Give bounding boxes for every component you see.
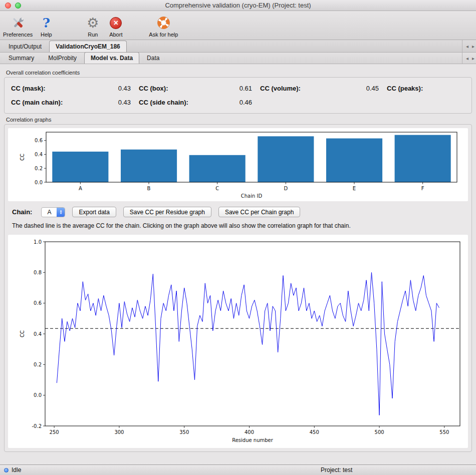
line-chart: -0.20.00.20.40.60.81.0250300350400450500… (8, 235, 468, 448)
tab-molprobity[interactable]: MolProbity (42, 52, 83, 64)
cc-side-chain-label: CC (side chain): (139, 99, 220, 106)
status-dot-icon (4, 468, 9, 472)
close-button[interactable] (5, 3, 11, 9)
toolbar: Preferences ? Help ⚙ Run × Abort Ask for… (0, 11, 476, 40)
abort-label: Abort (109, 32, 122, 38)
svg-text:B: B (147, 186, 151, 191)
svg-text:F: F (421, 186, 424, 191)
svg-text:550: 550 (439, 429, 449, 435)
chain-label: Chain: (12, 208, 32, 216)
run-button[interactable]: ⚙ Run (83, 15, 103, 38)
svg-text:CC: CC (20, 154, 25, 161)
titlebar: Comprehensive validation (cryo-EM) (Proj… (0, 0, 476, 11)
ask-for-help-label: Ask for help (149, 32, 178, 38)
statusbar: Idle Project: test (0, 464, 476, 475)
gear-icon: ⚙ (87, 15, 99, 31)
abort-icon: × (110, 15, 122, 31)
outer-tabstrip: Input/Output ValidationCryoEM_186 ◂ ▸ (0, 40, 476, 53)
project-label: Project: test (321, 466, 352, 473)
cc-volume-value: 0.45 (344, 85, 387, 92)
tab-validationcryoem-186[interactable]: ValidationCryoEM_186 (49, 41, 127, 52)
svg-text:CC: CC (20, 330, 25, 337)
bar-chart[interactable]: 0.00.20.40.6ABCDEFChain IDCC (8, 128, 468, 201)
svg-text:400: 400 (245, 429, 254, 435)
help-label: Help (41, 32, 52, 38)
svg-text:0.4: 0.4 (34, 331, 42, 337)
window-title: Comprehensive validation (cryo-EM) (Proj… (165, 2, 311, 9)
abort-button[interactable]: × Abort (105, 15, 127, 38)
preferences-label: Preferences (3, 32, 33, 38)
tools-icon (11, 15, 26, 31)
cc-side-chain-value: 0.46 (220, 99, 260, 106)
lifebuoy-icon (157, 15, 170, 31)
svg-text:0.0: 0.0 (35, 180, 43, 185)
save-cc-per-residue-button[interactable]: Save CC per Residue graph (123, 207, 211, 217)
ask-for-help-button[interactable]: Ask for help (149, 15, 178, 38)
tab-scroll-left-icon[interactable]: ◂ (466, 56, 468, 61)
svg-text:500: 500 (375, 429, 384, 435)
svg-text:Residue number: Residue number (232, 437, 274, 443)
export-data-button[interactable]: Export data (72, 207, 116, 217)
status-text: Idle (12, 466, 21, 473)
correlation-graphs-group: Correlation graphs 0.00.20.40.6ABCDEFCha… (4, 117, 472, 452)
svg-text:300: 300 (114, 429, 124, 435)
app-window: Comprehensive validation (cryo-EM) (Proj… (0, 0, 476, 452)
svg-text:450: 450 (310, 429, 319, 435)
svg-text:0.0: 0.0 (34, 392, 42, 398)
cc-stats-grid: CC (mask): 0.43 CC (box): 0.61 CC (volum… (7, 80, 469, 111)
svg-text:0.4: 0.4 (35, 152, 43, 157)
svg-text:0.8: 0.8 (34, 270, 42, 275)
main-content: Overall correlation coefficients CC (mas… (0, 64, 476, 452)
dashed-line-note: The dashed line is the average CC for th… (7, 220, 469, 234)
outer-tab-scroll: ◂ ▸ (462, 40, 474, 52)
overall-cc-group: Overall correlation coefficients CC (mas… (4, 70, 472, 114)
overall-cc-group-label: Overall correlation coefficients (6, 70, 472, 76)
inner-tab-scroll: ◂ ▸ (462, 53, 474, 64)
svg-text:1.0: 1.0 (34, 239, 42, 245)
cc-peaks-label: CC (peaks): (387, 85, 462, 92)
svg-text:0.2: 0.2 (35, 166, 43, 171)
save-cc-per-chain-button[interactable]: Save CC per Chain graph (218, 207, 300, 217)
cc-main-chain-label: CC (main chain): (11, 99, 86, 106)
chain-controls: Chain: A ▲▼ Export data Save CC per Resi… (7, 202, 469, 220)
tab-summary[interactable]: Summary (2, 52, 41, 64)
tab-scroll-right-icon[interactable]: ▸ (472, 56, 474, 61)
svg-text:350: 350 (179, 429, 189, 435)
svg-text:E: E (353, 186, 356, 191)
svg-text:A: A (79, 186, 82, 191)
chevron-up-down-icon: ▲▼ (57, 208, 65, 217)
svg-text:C: C (215, 186, 219, 191)
cc-mask-label: CC (mask): (11, 85, 86, 92)
overall-cc-box: CC (mask): 0.43 CC (box): 0.61 CC (volum… (4, 77, 472, 114)
correlation-graphs-group-label: Correlation graphs (6, 117, 472, 123)
svg-text:0.6: 0.6 (34, 300, 42, 306)
svg-text:0.6: 0.6 (35, 138, 43, 143)
help-button[interactable]: ? Help (33, 15, 60, 38)
cc-volume-label: CC (volume): (260, 85, 344, 92)
tab-scroll-right-icon[interactable]: ▸ (472, 44, 474, 49)
chain-select-value: A (42, 208, 57, 217)
question-icon: ? (43, 15, 50, 31)
zoom-button[interactable] (15, 3, 21, 9)
svg-text:D: D (284, 186, 288, 191)
svg-text:-0.2: -0.2 (32, 423, 42, 429)
cc-main-chain-value: 0.43 (86, 99, 139, 106)
cc-box-label: CC (box): (139, 85, 220, 92)
tab-data[interactable]: Data (140, 52, 166, 64)
cc-peaks-value: 0.36 (462, 85, 476, 92)
preferences-button[interactable]: Preferences (3, 15, 33, 38)
chain-select[interactable]: A ▲▼ (41, 207, 65, 217)
run-label: Run (88, 32, 98, 38)
correlation-graphs-box: 0.00.20.40.6ABCDEFChain IDCC Chain: A ▲▼… (4, 124, 472, 452)
tab-model-vs-data[interactable]: Model vs. Data (84, 52, 139, 64)
tab-scroll-left-icon[interactable]: ◂ (466, 44, 468, 49)
cc-mask-value: 0.43 (86, 85, 139, 92)
inner-tabstrip: Summary MolProbity Model vs. Data Data ◂… (0, 53, 476, 64)
tab-input-output[interactable]: Input/Output (2, 41, 48, 52)
svg-text:Chain ID: Chain ID (241, 193, 263, 199)
cc-box-value: 0.61 (220, 85, 260, 92)
svg-text:0.2: 0.2 (34, 362, 42, 367)
svg-text:250: 250 (50, 429, 59, 435)
traffic-lights (5, 3, 21, 9)
